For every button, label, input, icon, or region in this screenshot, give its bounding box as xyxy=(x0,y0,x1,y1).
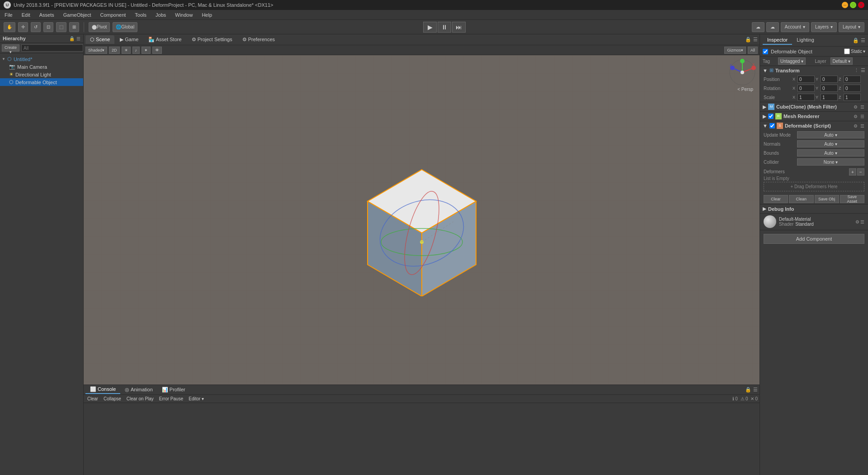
collider-dropdown[interactable]: None ▾ xyxy=(797,158,864,166)
tab-lighting[interactable]: Lighting xyxy=(792,36,819,45)
menu-component[interactable]: Component xyxy=(98,11,127,19)
settings-icon-mf[interactable]: ⚙ xyxy=(853,104,859,109)
hierarchy-item[interactable]: ▼ ⬡ Untitled* xyxy=(0,55,83,63)
menu-edit[interactable]: Edit xyxy=(20,11,32,19)
transform-tool[interactable]: ⊞ xyxy=(69,22,79,32)
clear-on-play-btn[interactable]: Clear on Play xyxy=(125,396,156,402)
object-enabled-checkbox[interactable] xyxy=(763,49,768,54)
settings-icon-mr[interactable]: ⚙ xyxy=(853,114,859,119)
tab-project-settings[interactable]: ⚙ Project Settings xyxy=(187,35,237,44)
add-component-button[interactable]: Add Component xyxy=(764,234,864,244)
menu-icon-mr[interactable]: ☰ xyxy=(859,114,865,119)
mesh-renderer-header[interactable]: ▶ R Mesh Renderer ⚙ ☰ xyxy=(760,112,868,121)
rotation-x-input[interactable] xyxy=(797,85,815,92)
menu-icon-mf[interactable]: ☰ xyxy=(859,104,865,109)
tab-scene[interactable]: ⬡ Scene xyxy=(85,35,114,44)
scale-tool[interactable]: ⊡ xyxy=(43,22,53,32)
persp-label[interactable]: < Persp xyxy=(737,87,753,92)
transform-header[interactable]: ▼ ⊞ Transform ⋮ ☰ xyxy=(760,66,868,75)
tab-inspector[interactable]: Inspector xyxy=(763,36,792,45)
pause-button[interactable]: ⏸ xyxy=(438,22,451,33)
menu-icon-inspector[interactable]: ☰ xyxy=(861,38,865,43)
rotation-z-input[interactable] xyxy=(844,85,861,92)
tab-console[interactable]: ⬜ Console xyxy=(85,385,120,394)
move-tool[interactable]: ✛ xyxy=(18,22,28,32)
shaded-button[interactable]: Shaded ▾ xyxy=(85,47,107,54)
position-y-input[interactable] xyxy=(821,76,838,83)
material-settings[interactable]: ⚙ xyxy=(855,219,859,224)
maximize-button[interactable]: □ xyxy=(850,2,856,8)
tab-preferences[interactable]: ⚙ Preferences xyxy=(238,35,279,44)
static-dropdown-icon[interactable]: ▾ xyxy=(863,49,865,54)
save-obj-btn[interactable]: Save Obj xyxy=(815,195,839,203)
rect-tool[interactable]: ⬚ xyxy=(56,22,66,32)
menu-help[interactable]: Help xyxy=(200,11,214,19)
error-pause-btn[interactable]: Error Pause xyxy=(157,396,185,402)
menu-jobs[interactable]: Jobs xyxy=(154,11,168,19)
tab-game[interactable]: ▶ Game xyxy=(115,35,143,44)
scale-y-input[interactable] xyxy=(821,94,838,101)
position-x-input[interactable] xyxy=(797,76,815,83)
global-button[interactable]: 🌐 Global xyxy=(113,22,137,32)
drag-zone[interactable]: + Drag Deformers Here xyxy=(764,182,864,191)
hierarchy-item[interactable]: ☀ Directional Light xyxy=(0,71,83,78)
menu-file[interactable]: File xyxy=(3,11,14,19)
mesh-renderer-enabled[interactable] xyxy=(768,114,774,119)
minimize-button[interactable]: ─ xyxy=(842,2,848,8)
all-button[interactable]: All xyxy=(748,47,758,54)
viewport-gizmo[interactable]: X Y Z xyxy=(729,59,756,86)
layer-dropdown[interactable]: Default ▾ xyxy=(830,57,853,65)
menu-tools[interactable]: Tools xyxy=(133,11,148,19)
2d-button[interactable]: 2D xyxy=(109,47,120,54)
lock-icon-inspector[interactable]: 🔒 xyxy=(853,38,859,43)
hierarchy-create-btn[interactable]: Create ▾ xyxy=(2,44,19,52)
hierarchy-item[interactable]: 📷 Main Camera xyxy=(0,63,83,71)
hand-tool[interactable]: ✋ xyxy=(4,22,15,32)
material-menu[interactable]: ☰ xyxy=(860,219,864,224)
mesh-filter-header[interactable]: ▶ M Cube(Clone) (Mesh Filter) ⚙ ☰ xyxy=(760,102,868,111)
collab-button[interactable]: ☁ xyxy=(752,22,764,32)
lighting-button[interactable]: ☀ xyxy=(122,47,131,54)
static-checkbox[interactable] xyxy=(844,48,850,54)
scale-z-input[interactable] xyxy=(844,94,861,101)
save-asset-btn[interactable]: Save Asset xyxy=(840,195,864,203)
update-mode-dropdown[interactable]: Auto ▾ xyxy=(797,131,864,138)
layers-button[interactable]: Layers ▾ xyxy=(811,22,837,32)
transform-menu[interactable]: ☰ xyxy=(861,67,865,73)
settings-icon-ds[interactable]: ⚙ xyxy=(853,124,859,128)
menu-icon-ds[interactable]: ☰ xyxy=(859,124,865,128)
gizmos-button[interactable]: Gizmos ▾ xyxy=(724,47,746,54)
menu-window[interactable]: Window xyxy=(173,11,194,19)
viewport[interactable]: X Y Z < Persp xyxy=(84,55,760,385)
layout-button[interactable]: Layout ▾ xyxy=(839,22,864,32)
position-z-input[interactable] xyxy=(844,76,861,83)
editor-btn[interactable]: Editor ▾ xyxy=(187,396,206,402)
tab-profiler[interactable]: 📊 Profiler xyxy=(157,386,190,394)
deformable-header[interactable]: ▼ S Deformable (Script) ⚙ ☰ xyxy=(760,121,868,130)
normals-dropdown[interactable]: Auto ▾ xyxy=(797,140,864,147)
scene-vis-button[interactable]: 👁 xyxy=(152,47,162,54)
deformers-add-btn[interactable]: + xyxy=(849,168,856,176)
tab-animation[interactable]: ◎ Animation xyxy=(120,386,157,394)
step-button[interactable]: ⏭ xyxy=(452,22,466,33)
tag-dropdown[interactable]: Untagged ▾ xyxy=(778,57,806,65)
collapse-btn[interactable]: Collapse xyxy=(102,396,123,402)
debug-info-header[interactable]: ▶ Debug Info xyxy=(760,204,868,213)
hierarchy-search[interactable] xyxy=(21,44,83,52)
transform-options[interactable]: ⋮ xyxy=(854,67,859,73)
clear-btn[interactable]: Clear xyxy=(764,195,788,203)
audio-button[interactable]: ♪ xyxy=(132,47,140,54)
rotate-tool[interactable]: ↺ xyxy=(31,22,41,32)
cloud-button[interactable]: ☁ xyxy=(766,22,779,32)
account-button[interactable]: Account ▾ xyxy=(781,22,809,32)
deformers-remove-btn[interactable]: − xyxy=(857,168,864,176)
hierarchy-menu[interactable]: ☰ xyxy=(76,36,80,41)
clear-console-btn[interactable]: Clear xyxy=(85,396,100,402)
menu-gameobject[interactable]: GameObject xyxy=(61,11,93,19)
menu-assets[interactable]: Assets xyxy=(38,11,56,19)
rotation-y-input[interactable] xyxy=(821,85,838,92)
hierarchy-lock[interactable]: 🔒 xyxy=(69,36,75,41)
close-button[interactable]: ✕ xyxy=(858,2,864,8)
tab-asset-store[interactable]: 🏪 Asset Store xyxy=(144,35,186,44)
clean-btn[interactable]: Clean xyxy=(789,195,813,203)
